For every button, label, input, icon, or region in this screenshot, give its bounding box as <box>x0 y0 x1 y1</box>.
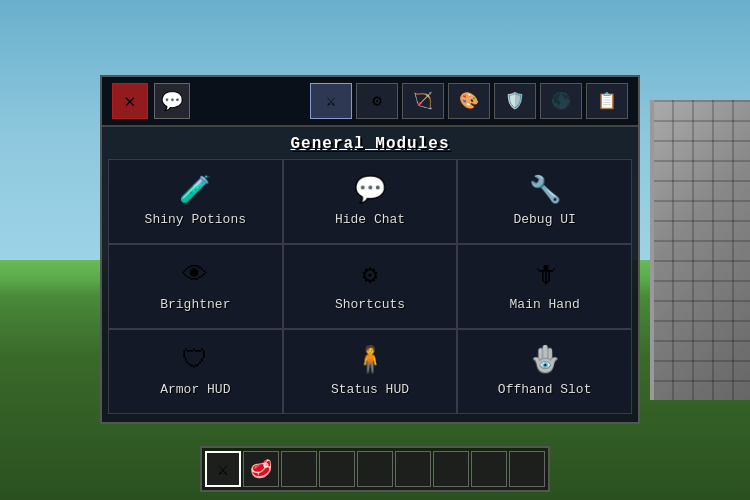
armor-hud-label: Armor HUD <box>160 382 230 397</box>
shiny-potions-label: Shiny Potions <box>145 212 246 227</box>
nav-shield-icon[interactable]: 🛡️ <box>494 83 536 119</box>
offhand-slot-label: Offhand Slot <box>498 382 592 397</box>
shortcuts-icon: ⚙ <box>362 263 378 289</box>
hide-chat-icon: 💬 <box>354 178 386 204</box>
module-offhand-slot[interactable]: 🪬Offhand Slot <box>457 329 632 414</box>
module-hide-chat[interactable]: 💬Hide Chat <box>283 159 458 244</box>
hotbar-slot-4[interactable] <box>357 451 393 487</box>
nav-palette-icon[interactable]: 🎨 <box>448 83 490 119</box>
debug-ui-label: Debug UI <box>513 212 575 227</box>
board-icon: 📋 <box>597 91 617 111</box>
main-hand-icon: 🗡 <box>532 263 558 289</box>
nav-board-icon[interactable]: 📋 <box>586 83 628 119</box>
hotbar-slot-7[interactable] <box>471 451 507 487</box>
module-shortcuts[interactable]: ⚙Shortcuts <box>283 244 458 329</box>
nav-settings-icon[interactable]: ⚙️ <box>356 83 398 119</box>
module-armor-hud[interactable]: 🛡Armor HUD <box>108 329 283 414</box>
panel-title: General Modules <box>102 127 638 159</box>
panel-topbar: ✕ 💬 ⚔️ ⚙️ 🏹 🎨 🛡️ 🌑 <box>102 77 638 127</box>
nav-sword-icon[interactable]: ⚔️ <box>310 83 352 119</box>
palette-icon: 🎨 <box>459 91 479 111</box>
status-hud-label: Status HUD <box>331 382 409 397</box>
main-hand-label: Main Hand <box>510 297 580 312</box>
status-hud-icon: 🧍 <box>354 348 386 374</box>
debug-ui-icon: 🔧 <box>529 178 561 204</box>
sword-icon: ⚔️ <box>326 91 336 111</box>
hotbar-slot-1[interactable]: 🥩 <box>243 451 279 487</box>
shiny-potions-icon: 🧪 <box>179 178 211 204</box>
shortcuts-label: Shortcuts <box>335 297 405 312</box>
gear-icon: ⚙️ <box>372 91 382 111</box>
decorative-block <box>650 100 750 400</box>
armor-hud-icon: 🛡 <box>182 348 208 374</box>
moon-icon: 🌑 <box>551 91 571 111</box>
hotbar-slot-0[interactable]: ⚔ <box>205 451 241 487</box>
hotbar-slot-2[interactable] <box>281 451 317 487</box>
hotbar-slot-5[interactable] <box>395 451 431 487</box>
chat-icon: 💬 <box>161 90 183 112</box>
shield-icon: 🛡️ <box>505 91 525 111</box>
modules-grid: 🧪Shiny Potions💬Hide Chat🔧Debug UI👁Bright… <box>102 159 638 422</box>
offhand-slot-icon: 🪬 <box>529 348 561 374</box>
hotbar-slot-8[interactable] <box>509 451 545 487</box>
bow-icon: 🏹 <box>413 91 433 111</box>
hide-chat-label: Hide Chat <box>335 212 405 227</box>
hotbar: ⚔🥩 <box>200 446 550 492</box>
general-modules-panel: ✕ 💬 ⚔️ ⚙️ 🏹 🎨 🛡️ 🌑 <box>100 75 640 424</box>
brightner-label: Brightner <box>160 297 230 312</box>
chat-button[interactable]: 💬 <box>154 83 190 119</box>
hotbar-slot-6[interactable] <box>433 451 469 487</box>
brightner-icon: 👁 <box>182 263 208 289</box>
close-icon: ✕ <box>125 90 136 112</box>
module-shiny-potions[interactable]: 🧪Shiny Potions <box>108 159 283 244</box>
module-brightner[interactable]: 👁Brightner <box>108 244 283 329</box>
topbar-left-controls: ✕ 💬 <box>112 83 190 119</box>
module-debug-ui[interactable]: 🔧Debug UI <box>457 159 632 244</box>
module-main-hand[interactable]: 🗡Main Hand <box>457 244 632 329</box>
topbar-nav-icons: ⚔️ ⚙️ 🏹 🎨 🛡️ 🌑 📋 <box>310 83 628 119</box>
nav-bow-icon[interactable]: 🏹 <box>402 83 444 119</box>
close-button[interactable]: ✕ <box>112 83 148 119</box>
nav-moon-icon[interactable]: 🌑 <box>540 83 582 119</box>
module-status-hud[interactable]: 🧍Status HUD <box>283 329 458 414</box>
hotbar-slot-3[interactable] <box>319 451 355 487</box>
